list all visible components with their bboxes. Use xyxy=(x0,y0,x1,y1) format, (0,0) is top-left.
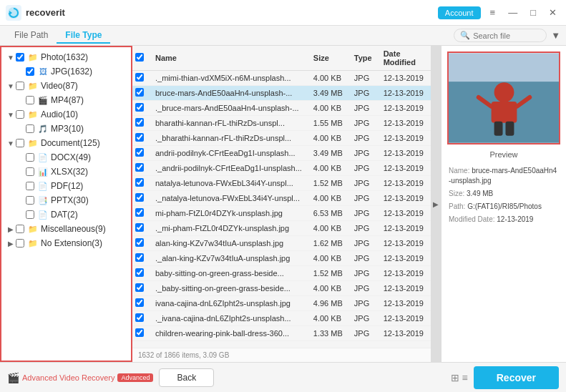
row-checkbox[interactable] xyxy=(135,253,144,262)
sidebar-item-mp4[interactable]: 🎬 MP4(87) xyxy=(11,93,131,107)
row-size: 4.00 KB xyxy=(308,191,348,206)
table-row[interactable]: ._mi-pham-FtZL0r4DZYk-unsplash.jpg 4.00 … xyxy=(132,221,431,236)
table-row[interactable]: ._ivana-cajina-dnL6ZIpht2s-unsplash... 4… xyxy=(132,311,431,326)
table-row[interactable]: baby-sitting-on-green-grass-beside... 1.… xyxy=(132,266,431,281)
file-table: Name Size Type Date Modified ._mimi-thia… xyxy=(132,46,431,348)
maximize-button[interactable]: □ xyxy=(527,6,540,19)
table-row[interactable]: bharathi-kannan-rFL-thiRzDs-unspl... 1.5… xyxy=(132,116,431,131)
sidebar-item-audio[interactable]: ▼ 📁 Audio(10) xyxy=(1,107,131,122)
close-button[interactable]: ✕ xyxy=(545,6,560,19)
sidebar-item-dat[interactable]: 📄 DAT(2) xyxy=(11,207,131,222)
table-row[interactable]: bruce-mars-AndE50aaHn4-unsplash-... 3.49… xyxy=(132,86,431,101)
row-checkbox[interactable] xyxy=(135,268,144,277)
row-checkbox[interactable] xyxy=(135,208,144,217)
row-checkbox[interactable] xyxy=(135,133,144,142)
row-checkbox[interactable] xyxy=(135,313,144,322)
sidebar-item-jpg[interactable]: 🖼 JPG(1632) xyxy=(11,64,131,79)
row-type: JPG xyxy=(348,296,378,311)
sidebar: ▼ 📁 Photo(1632) 🖼 JPG(1632) ▼ 📁 Video(87… xyxy=(0,46,132,362)
tree-toggle-document: ▼ xyxy=(6,139,16,147)
row-checkbox[interactable] xyxy=(135,178,144,187)
row-date: 12-13-2019 xyxy=(378,281,431,296)
row-checkbox[interactable] xyxy=(135,73,144,82)
checkbox-docx[interactable] xyxy=(26,153,34,162)
sidebar-item-pdf[interactable]: 📄 PDF(12) xyxy=(11,179,131,193)
row-type: JPG xyxy=(348,311,378,326)
row-checkbox[interactable] xyxy=(135,328,144,337)
table-row[interactable]: alan-king-KZv7w34tIuA-unsplash.jpg 1.62 … xyxy=(132,236,431,251)
table-row[interactable]: ._mimi-thian-vdXM5iX-n6M-unsplash... 4.0… xyxy=(132,71,431,86)
row-check-cell xyxy=(132,251,150,266)
folder-icon-video: 📁 xyxy=(27,80,39,92)
recover-button[interactable]: Recover xyxy=(474,366,559,389)
grid-view-icon[interactable]: ⊞ xyxy=(451,372,459,383)
checkbox-audio[interactable] xyxy=(16,110,24,119)
sidebar-item-docx[interactable]: 📄 DOCX(49) xyxy=(11,150,131,165)
sidebar-item-misc[interactable]: ▶ 📁 Miscellaneous(9) xyxy=(1,222,131,236)
expand-arrow[interactable]: ▶ xyxy=(431,46,441,362)
adv-video-recovery[interactable]: 🎬 Advanced Video Recovery Advanced xyxy=(7,372,153,383)
checkbox-video[interactable] xyxy=(16,82,24,90)
row-checkbox[interactable] xyxy=(135,238,144,247)
checkbox-noext[interactable] xyxy=(16,239,24,248)
table-row[interactable]: ._alan-king-KZv7w34tIuA-unsplash.jpg 4.0… xyxy=(132,251,431,266)
sidebar-item-xlsx[interactable]: 📊 XLSX(32) xyxy=(11,165,131,179)
row-size: 1.52 MB xyxy=(308,266,348,281)
row-checkbox[interactable] xyxy=(135,163,144,172)
checkbox-pptx[interactable] xyxy=(26,196,34,205)
sidebar-item-noext[interactable]: ▶ 📁 No Extension(3) xyxy=(1,236,131,250)
tab-file-path[interactable]: File Path xyxy=(6,28,57,44)
checkbox-xlsx[interactable] xyxy=(26,167,34,176)
checkbox-dat[interactable] xyxy=(26,210,34,219)
table-row[interactable]: children-wearing-pink-ball-dress-360... … xyxy=(132,326,431,341)
menu-button[interactable]: ≡ xyxy=(487,6,499,19)
checkbox-mp3[interactable] xyxy=(26,124,34,133)
row-date: 12-13-2019 xyxy=(378,86,431,101)
back-button[interactable]: Back xyxy=(159,368,214,387)
sidebar-item-document[interactable]: ▼ 📁 Document(125) xyxy=(1,136,131,150)
tabs-bar: File Path File Type 🔍 ▼ xyxy=(0,26,566,46)
table-row[interactable]: ivana-cajina-dnL6ZIpht2s-unsplash.jpg 4.… xyxy=(132,296,431,311)
checkbox-misc[interactable] xyxy=(16,225,24,233)
tabs: File Path File Type xyxy=(6,28,110,44)
table-row[interactable]: andrii-podilnyk-CFrtEeaDg1I-unsplash... … xyxy=(132,146,431,161)
table-row[interactable]: ._natalya-letunova-FWxEbL34i4Y-unspl... … xyxy=(132,191,431,206)
tab-file-type[interactable]: File Type xyxy=(57,28,110,44)
table-row[interactable]: ._baby-sitting-on-green-grass-beside... … xyxy=(132,281,431,296)
checkbox-document[interactable] xyxy=(16,139,24,147)
row-checkbox[interactable] xyxy=(135,103,144,112)
sidebar-item-photo[interactable]: ▼ 📁 Photo(1632) xyxy=(1,50,131,64)
checkbox-photo[interactable] xyxy=(16,53,24,62)
row-checkbox[interactable] xyxy=(135,283,144,292)
account-button[interactable]: Account xyxy=(438,6,481,19)
list-view-icon[interactable]: ≡ xyxy=(462,372,468,383)
checkbox-mp4[interactable] xyxy=(26,96,34,104)
table-row[interactable]: natalya-letunova-FWxEbL34i4Y-unspl... 1.… xyxy=(132,176,431,191)
svg-point-4 xyxy=(494,82,514,102)
table-row[interactable]: ._bharathi-kannan-rFL-thiRzDs-unspl... 4… xyxy=(132,131,431,146)
row-checkbox[interactable] xyxy=(135,223,144,232)
filter-icon[interactable]: ▼ xyxy=(551,30,560,41)
header-date: Date Modified xyxy=(378,46,431,71)
checkbox-jpg[interactable] xyxy=(26,67,34,76)
sidebar-item-mp3[interactable]: 🎵 MP3(10) xyxy=(11,122,131,136)
row-checkbox[interactable] xyxy=(135,298,144,307)
sidebar-item-video[interactable]: ▼ 📁 Video(87) xyxy=(1,79,131,93)
table-row[interactable]: ._andrii-podilnyk-CFrtEeaDg1I-unsplash..… xyxy=(132,161,431,176)
select-all-checkbox[interactable] xyxy=(135,53,144,62)
row-check-cell xyxy=(132,326,150,341)
sidebar-item-pptx[interactable]: 📑 PPTX(30) xyxy=(11,193,131,207)
row-check-cell xyxy=(132,101,150,116)
row-checkbox[interactable] xyxy=(135,88,144,97)
row-checkbox[interactable] xyxy=(135,193,144,202)
table-row[interactable]: mi-pham-FtZL0r4DZYk-unsplash.jpg 6.53 MB… xyxy=(132,206,431,221)
search-input[interactable] xyxy=(473,31,537,40)
minimize-button[interactable]: — xyxy=(504,6,521,19)
row-checkbox[interactable] xyxy=(135,148,144,157)
checkbox-pdf[interactable] xyxy=(26,182,34,190)
row-checkbox[interactable] xyxy=(135,118,144,127)
row-name: ._bharathi-kannan-rFL-thiRzDs-unspl... xyxy=(150,131,308,146)
row-name: children-wearing-pink-ball-dress-360... xyxy=(150,326,308,341)
row-name: ._mi-pham-FtZL0r4DZYk-unsplash.jpg xyxy=(150,221,308,236)
table-row[interactable]: ._bruce-mars-AndE50aaHn4-unsplash-... 4.… xyxy=(132,101,431,116)
